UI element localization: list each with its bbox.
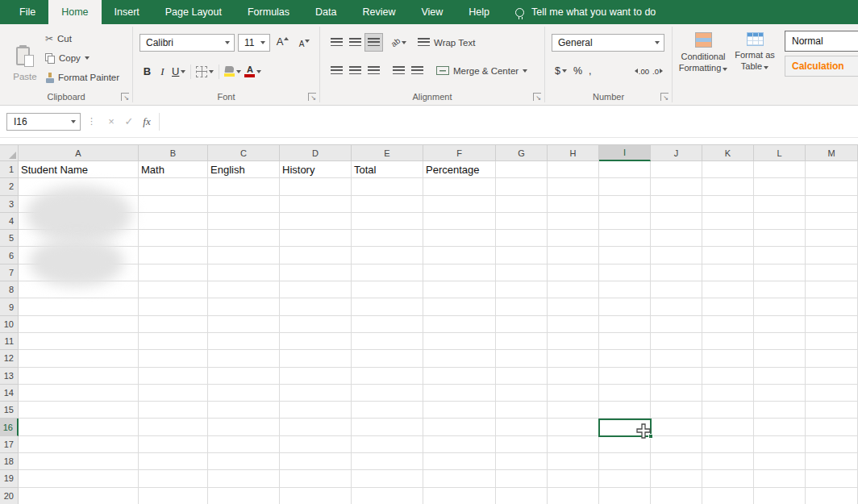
row-header-11[interactable]: 11 xyxy=(0,333,19,350)
bottom-align-button[interactable] xyxy=(364,33,383,52)
cell-E7[interactable] xyxy=(352,264,423,281)
formula-input[interactable] xyxy=(165,113,858,131)
column-header-I[interactable]: I xyxy=(599,145,651,161)
cell-M8[interactable] xyxy=(806,281,858,298)
row-header-5[interactable]: 5 xyxy=(0,230,19,247)
select-all-corner[interactable] xyxy=(0,145,19,161)
cell-I20[interactable] xyxy=(599,488,651,504)
tab-formulas[interactable]: Formulas xyxy=(235,0,302,24)
cell-I16[interactable] xyxy=(599,419,651,435)
row-header-14[interactable]: 14 xyxy=(0,385,19,402)
cell-H2[interactable] xyxy=(548,178,599,195)
cell-C12[interactable] xyxy=(208,350,280,367)
cell-A1[interactable]: Student Name xyxy=(19,161,139,178)
column-header-D[interactable]: D xyxy=(280,145,352,161)
cell-G15[interactable] xyxy=(496,402,548,419)
cell-G4[interactable] xyxy=(496,213,548,230)
cell-F8[interactable] xyxy=(423,281,496,298)
cell-J15[interactable] xyxy=(651,402,702,419)
cell-J8[interactable] xyxy=(651,281,702,298)
number-format-select[interactable]: General xyxy=(552,34,664,52)
cell-K11[interactable] xyxy=(702,333,754,350)
cell-H9[interactable] xyxy=(548,298,599,315)
cell-G10[interactable] xyxy=(496,316,548,333)
cell-K8[interactable] xyxy=(702,281,754,298)
bold-button[interactable]: B xyxy=(140,63,155,81)
insert-function-button[interactable]: fx xyxy=(138,113,156,131)
cell-L7[interactable] xyxy=(754,264,806,281)
row-header-6[interactable]: 6 xyxy=(0,247,19,264)
row-header-7[interactable]: 7 xyxy=(0,264,19,281)
cell-C5[interactable] xyxy=(208,230,280,247)
row-header-3[interactable]: 3 xyxy=(0,196,19,213)
cell-G19[interactable] xyxy=(496,470,548,487)
decrease-indent-button[interactable] xyxy=(389,61,408,80)
cell-F5[interactable] xyxy=(423,230,496,247)
cell-B12[interactable] xyxy=(139,350,208,367)
cut-button[interactable]: ✂ Cut xyxy=(45,31,119,46)
cell-C16[interactable] xyxy=(208,419,280,435)
cell-M17[interactable] xyxy=(806,436,858,453)
tab-help[interactable]: Help xyxy=(456,0,502,24)
cell-D16[interactable] xyxy=(280,419,352,435)
cell-B1[interactable]: Math xyxy=(139,161,208,178)
cell-A9[interactable] xyxy=(19,298,139,315)
alignment-dialog-launcher-icon[interactable]: ↘ xyxy=(533,93,541,101)
cell-H1[interactable] xyxy=(548,161,599,178)
cell-C19[interactable] xyxy=(208,470,280,487)
cell-D18[interactable] xyxy=(280,453,352,470)
cell-J18[interactable] xyxy=(651,453,702,470)
tab-file[interactable]: File xyxy=(6,0,48,24)
cell-H15[interactable] xyxy=(548,402,599,419)
cell-C3[interactable] xyxy=(208,196,280,213)
cell-K18[interactable] xyxy=(702,453,754,470)
cell-C20[interactable] xyxy=(208,488,280,504)
cell-M12[interactable] xyxy=(806,350,858,367)
wrap-text-button[interactable]: Wrap Text xyxy=(414,33,478,52)
cell-K4[interactable] xyxy=(702,213,754,230)
number-dialog-launcher-icon[interactable]: ↘ xyxy=(660,93,668,101)
cell-M2[interactable] xyxy=(806,178,858,195)
cell-I12[interactable] xyxy=(599,350,651,367)
cell-G11[interactable] xyxy=(496,333,548,350)
cell-K15[interactable] xyxy=(702,402,754,419)
underline-button[interactable]: U xyxy=(170,63,187,81)
cell-M19[interactable] xyxy=(806,470,858,487)
cell-K17[interactable] xyxy=(702,436,754,453)
cell-H16[interactable] xyxy=(548,419,599,435)
cell-F2[interactable] xyxy=(423,178,496,195)
cell-D4[interactable] xyxy=(280,213,352,230)
cell-H10[interactable] xyxy=(548,316,599,333)
fill-color-button[interactable] xyxy=(223,63,243,81)
cell-I9[interactable] xyxy=(599,298,651,315)
tell-me-box[interactable]: Tell me what you want to do xyxy=(515,0,656,24)
cell-B16[interactable] xyxy=(139,419,208,435)
cell-J2[interactable] xyxy=(651,178,702,195)
cell-J1[interactable] xyxy=(651,161,702,178)
cell-K5[interactable] xyxy=(702,230,754,247)
format-as-table-button[interactable]: Format as Table xyxy=(729,29,781,100)
cell-D13[interactable] xyxy=(280,368,352,385)
column-header-J[interactable]: J xyxy=(651,145,702,161)
cell-D2[interactable] xyxy=(280,178,352,195)
cell-D9[interactable] xyxy=(280,298,352,315)
cell-A20[interactable] xyxy=(19,488,139,504)
cell-B15[interactable] xyxy=(139,402,208,419)
cell-E14[interactable] xyxy=(352,385,423,402)
cancel-button[interactable]: × xyxy=(102,113,120,131)
column-header-B[interactable]: B xyxy=(139,145,208,161)
cell-E11[interactable] xyxy=(352,333,423,350)
cell-E4[interactable] xyxy=(352,213,423,230)
tab-review[interactable]: Review xyxy=(349,0,408,24)
cell-L4[interactable] xyxy=(754,213,806,230)
cell-J16[interactable] xyxy=(651,419,702,435)
cell-K19[interactable] xyxy=(702,470,754,487)
cell-F7[interactable] xyxy=(423,264,496,281)
cell-H8[interactable] xyxy=(548,281,599,298)
align-right-button[interactable] xyxy=(364,61,383,80)
cell-J12[interactable] xyxy=(651,350,702,367)
cell-B14[interactable] xyxy=(139,385,208,402)
cell-M4[interactable] xyxy=(806,213,858,230)
tab-data[interactable]: Data xyxy=(302,0,349,24)
cell-M6[interactable] xyxy=(806,247,858,264)
